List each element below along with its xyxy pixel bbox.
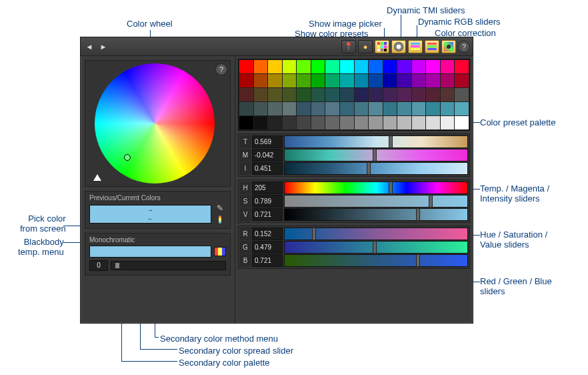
slider-handle[interactable] (389, 181, 393, 194)
preset-swatch[interactable] (325, 60, 339, 73)
slider-handle[interactable] (373, 149, 377, 161)
preset-swatch[interactable] (383, 88, 397, 101)
preset-swatch[interactable] (325, 116, 339, 129)
preset-swatch[interactable] (311, 102, 325, 115)
preset-swatch[interactable] (355, 60, 369, 73)
slider-track[interactable] (284, 162, 468, 175)
preset-swatch[interactable] (426, 74, 440, 87)
preset-swatch[interactable] (455, 102, 469, 115)
preset-swatch[interactable] (239, 102, 253, 115)
slider-value-input[interactable]: 0.569 (252, 135, 283, 148)
preset-swatch[interactable] (340, 88, 354, 101)
secondary-color-toggle[interactable] (214, 247, 226, 256)
preset-swatch[interactable] (283, 116, 297, 129)
preset-swatch[interactable] (283, 102, 297, 115)
preset-swatch[interactable] (268, 60, 282, 73)
preset-swatch[interactable] (311, 74, 325, 87)
color-correction-button[interactable] (441, 40, 456, 53)
preset-swatch[interactable] (254, 74, 268, 87)
secondary-spread-slider[interactable] (111, 261, 226, 270)
pin-button[interactable]: 📍 (341, 40, 356, 53)
slider-track[interactable] (284, 195, 468, 208)
preset-swatch[interactable] (297, 116, 311, 129)
preset-swatch[interactable] (397, 116, 411, 129)
nav-forward-button[interactable]: ► (97, 41, 109, 53)
slider-value-input[interactable]: 0.451 (252, 162, 283, 175)
preset-swatch[interactable] (254, 60, 268, 73)
slider-track[interactable] (284, 228, 468, 240)
preset-swatch[interactable] (383, 116, 397, 129)
dynamic-tmi-button[interactable] (408, 40, 423, 53)
slider-track[interactable] (284, 135, 468, 148)
preset-swatch[interactable] (283, 74, 297, 87)
preset-swatch[interactable] (397, 60, 411, 73)
slider-value-input[interactable]: 0.152 (252, 228, 283, 240)
preset-swatch[interactable] (383, 60, 397, 73)
preset-swatch[interactable] (239, 116, 253, 129)
preset-swatch[interactable] (441, 102, 455, 115)
preset-swatch[interactable] (397, 102, 411, 115)
preset-swatch[interactable] (355, 116, 369, 129)
preset-swatch[interactable] (254, 102, 268, 115)
preset-swatch[interactable] (355, 88, 369, 101)
preset-swatch[interactable] (268, 74, 282, 87)
slider-value-input[interactable]: 0.721 (252, 254, 283, 267)
dynamic-rgb-button[interactable] (425, 40, 439, 53)
show-image-picker-button[interactable] (391, 40, 406, 53)
preset-swatch[interactable] (397, 88, 411, 101)
preset-swatch[interactable] (268, 102, 282, 115)
slider-handle[interactable] (429, 195, 433, 208)
preset-swatch[interactable] (441, 60, 455, 73)
slider-value-input[interactable]: 0.789 (252, 195, 283, 208)
preset-swatch[interactable] (412, 74, 426, 87)
preset-swatch[interactable] (455, 74, 469, 87)
preset-swatch[interactable] (426, 102, 440, 115)
preset-swatch[interactable] (412, 60, 426, 73)
preset-swatch[interactable] (283, 60, 297, 73)
preset-swatch[interactable] (397, 74, 411, 87)
bulb-button[interactable]: ● (358, 40, 373, 53)
slider-track[interactable] (284, 181, 468, 194)
slider-handle[interactable] (367, 162, 371, 175)
preset-swatch[interactable] (268, 88, 282, 101)
preset-swatch[interactable] (369, 116, 383, 129)
preset-swatch[interactable] (383, 102, 397, 115)
slider-handle[interactable] (373, 241, 377, 254)
preset-swatch[interactable] (268, 116, 282, 129)
preset-swatch[interactable] (355, 74, 369, 87)
slider-handle[interactable] (312, 228, 316, 240)
preset-swatch[interactable] (369, 60, 383, 73)
color-wheel[interactable] (95, 63, 215, 183)
preset-swatch[interactable] (412, 88, 426, 101)
preset-swatch[interactable] (254, 88, 268, 101)
slider-track[interactable] (284, 241, 468, 254)
color-wheel-marker[interactable] (124, 154, 131, 161)
preset-swatch[interactable] (297, 102, 311, 115)
preset-swatch[interactable] (412, 102, 426, 115)
preset-swatch[interactable] (239, 60, 253, 73)
preset-swatch[interactable] (297, 88, 311, 101)
slider-value-input[interactable]: 0.479 (252, 241, 283, 254)
preset-swatch[interactable] (355, 102, 369, 115)
slider-handle[interactable] (416, 208, 420, 221)
preset-swatch[interactable] (369, 102, 383, 115)
preset-swatch[interactable] (412, 116, 426, 129)
preset-swatch[interactable] (311, 60, 325, 73)
slider-handle[interactable] (389, 135, 393, 148)
preset-swatch[interactable] (441, 88, 455, 101)
slider-track[interactable] (284, 254, 468, 267)
slider-handle[interactable] (416, 254, 420, 267)
eyedropper-button[interactable]: ✎ (214, 204, 226, 213)
preset-swatch[interactable] (426, 88, 440, 101)
preset-swatch[interactable] (441, 116, 455, 129)
preset-swatch[interactable] (455, 116, 469, 129)
preset-swatch[interactable] (239, 88, 253, 101)
preset-swatch[interactable] (426, 116, 440, 129)
preset-swatch[interactable] (340, 102, 354, 115)
preset-swatch[interactable] (383, 74, 397, 87)
preset-swatch[interactable] (369, 88, 383, 101)
color-wheel-pointer[interactable] (93, 174, 101, 181)
preset-swatch[interactable] (426, 60, 440, 73)
preset-swatch[interactable] (325, 88, 339, 101)
secondary-spread-value[interactable]: 0 (89, 260, 108, 271)
